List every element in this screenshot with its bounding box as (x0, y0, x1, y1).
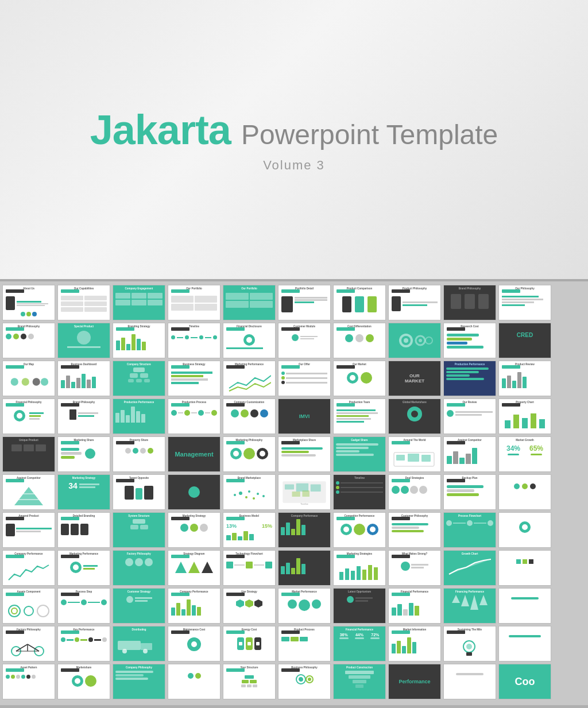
slide-thumb-customer-philosophy[interactable]: Customer Philosophy (388, 512, 441, 548)
slide-thumb-our-map[interactable]: Our Map (2, 361, 55, 396)
slide-thumb-financial-performance2[interactable]: 36% 44% 72% Financial Performance (333, 626, 386, 661)
slide-thumb-energy-cost[interactable]: Energy Cost (223, 626, 276, 661)
slide-thumb-portfolio-detail[interactable]: Portfolio Detail (278, 285, 331, 320)
slide-thumb-property-chart[interactable]: Property Chart (498, 399, 551, 434)
slide-thumb-latest-opprtunism[interactable]: Latest Opprtunism (333, 588, 386, 624)
slide-thumb-performance[interactable]: Performance (388, 664, 441, 699)
slide-thumb-our-review[interactable]: Our Review (443, 399, 496, 434)
slide-thumb-cost-diff[interactable]: Cost Differentiation (333, 323, 386, 358)
slide-thumb-distributing[interactable]: Distributing (113, 626, 165, 661)
slide-thumb-use-strategy[interactable]: Use Strategy (223, 588, 276, 624)
slide-thumb-business-model[interactable]: 13% 15% Business Model (223, 512, 276, 548)
slide-thumb-asset-pattern[interactable]: Asset Pattern (2, 664, 55, 699)
slide-thumb-timeline[interactable]: Timeline (168, 323, 220, 358)
slide-thumb-key-performance[interactable]: Key Performance (57, 626, 110, 661)
slide-thumb-production-team[interactable]: Production Team (333, 399, 386, 434)
slide-thumb-blank1[interactable]: CRED (498, 323, 551, 358)
slide-thumb-maintenance-cost[interactable]: Maintenance Cost (168, 626, 220, 661)
slide-thumb-factory-philosophy2[interactable]: Factory Philosophy (2, 626, 55, 661)
slide-thumb-target-opposite[interactable]: Target Opposite (113, 474, 165, 510)
slide-thumb-blank6[interactable] (498, 550, 551, 586)
slide-thumb-timeline2[interactable]: Timeline (333, 474, 386, 510)
slide-thumb-product-philosophy[interactable]: Product Philosophy (388, 285, 441, 320)
slide-thumb-financial-philosophy[interactable]: Financial Philosophy (2, 399, 55, 434)
slide-thumb-capabilities[interactable]: Our Capabilities (57, 285, 110, 320)
slide-thumb-around-world[interactable]: Around The World (388, 436, 441, 472)
slide-thumb-portfolio2[interactable]: Our Portfolio (223, 285, 276, 320)
slide-thumb-blank8[interactable] (498, 626, 551, 661)
slide-thumb-blank3[interactable] (498, 474, 551, 510)
slide-thumb-blank2[interactable] (168, 474, 220, 510)
slide-thumb-product-review[interactable]: Product Review (498, 361, 551, 396)
slide-thumb-marketing-strategy2[interactable]: Marketing Strategy (168, 512, 220, 548)
slide-thumb-growth-chart[interactable]: Growth Chart (443, 550, 496, 586)
slide-thumb-blank9[interactable] (168, 664, 220, 699)
slide-thumb-company-engagement[interactable]: Company Engagement (113, 285, 165, 320)
slide-thumb-against-competitor2[interactable]: Against Competitor (2, 474, 55, 510)
slide-thumb-gears[interactable] (388, 323, 441, 358)
slide-thumb-brand-philosophy3[interactable]: Brand Philosophy (57, 399, 110, 434)
slide-thumb-financial-disclosure[interactable]: Financial Disclosure (223, 323, 276, 358)
slide-thumb-unique-product[interactable]: Unique Product (2, 436, 55, 472)
slide-thumb-our-philosophy[interactable]: Our Philosophy (498, 285, 551, 320)
slide-thumb-marketplace-share[interactable]: Marketplace Share (278, 436, 331, 472)
slide-thumb-factory-philosophy[interactable]: Factory Philosophy (113, 550, 165, 586)
slide-thumb-global-marketshare[interactable]: Global Marketshare (388, 399, 441, 434)
slide-thumb-market-growth[interactable]: 34% 65% Market Growth (498, 436, 551, 472)
slide-thumb-product-comparison[interactable]: Product Comparison (333, 285, 386, 320)
slide-thumb-strategy-diagram[interactable]: Strategy Diagram (168, 550, 220, 586)
slide-thumb-management[interactable]: Management (168, 436, 220, 472)
slide-thumb-blank7[interactable] (498, 588, 551, 624)
slide-thumb-production-performance[interactable]: Production Performance (443, 361, 496, 396)
slide-thumb-brand-marketplace[interactable]: Brand Marketplace (223, 474, 276, 510)
slide-thumb-blank4[interactable] (498, 512, 551, 548)
slide-thumb-dark1[interactable]: OURMARKET (388, 361, 441, 396)
slide-thumb-world-map[interactable]: Timeline (278, 474, 331, 510)
slide-thumb-marketing-philosophy[interactable]: Marketing Philosophy (223, 436, 276, 472)
slide-thumb-assets-component[interactable]: Assets Component (2, 588, 55, 624)
slide-thumb-detailed-branding[interactable]: Detailed Branding (57, 512, 110, 548)
slide-thumb-about-us[interactable]: About Us (2, 285, 55, 320)
slide-thumb-brand-philosophy2[interactable]: Brand Philosophy (2, 323, 55, 358)
slide-thumb-company-structure[interactable]: Company Structure (113, 361, 165, 396)
slide-thumb-marketing-performance[interactable]: Marketing Performance (223, 361, 276, 396)
slide-thumb-sustaining-mile[interactable]: Sustaining The Mile (443, 626, 496, 661)
slide-thumb-branding-strategy[interactable]: Branding Strategy (113, 323, 165, 358)
slide-thumb-financing-performance[interactable]: Financing Performance (443, 588, 496, 624)
slide-thumb-blank10[interactable] (443, 664, 496, 699)
slide-thumb-company-performance2[interactable]: Company Performance (2, 550, 55, 586)
slide-thumb-production-process[interactable]: Production Process (168, 399, 220, 434)
slide-thumb-business-dashboard[interactable]: Business Dashboard (57, 361, 110, 396)
slide-thumb-blank5[interactable] (278, 550, 331, 586)
slide-thumb-our-market[interactable]: Our Market (333, 361, 386, 396)
slide-thumb-system-structure[interactable]: System Structure (113, 512, 165, 548)
slide-thumb-competitor-performance[interactable]: Competitor Performance (333, 512, 386, 548)
slide-thumb-marketing-strategy1[interactable]: 34 Marketing Strategy (57, 474, 110, 510)
slide-thumb-business-strategy[interactable]: Business Strategy (168, 361, 220, 396)
slide-thumb-backup-plan[interactable]: Backup Plan (443, 474, 496, 510)
slide-thumb-company-performance3[interactable]: Company Performance (168, 588, 220, 624)
slide-thumb-customer-strategy[interactable]: Customer Strategy (113, 588, 165, 624)
slide-thumb-production-performance2[interactable]: Production Performance (113, 399, 165, 434)
slide-thumb-financial-performance[interactable]: Financial Performance (388, 588, 441, 624)
slide-thumb-company-customization[interactable]: Company Customization (223, 399, 276, 434)
slide-thumb-product-construction[interactable]: Product Construction (333, 664, 386, 699)
slide-thumb-technology-flowchart[interactable]: Technology Flowchart (223, 550, 276, 586)
slide-thumb-what-makes-strong[interactable]: What Makes Strong? (388, 550, 441, 586)
slide-thumb-our-offer[interactable]: Our Offer (278, 361, 331, 396)
slide-thumb-research-cost[interactable]: Research Cost (443, 323, 496, 358)
slide-thumb-customer-module[interactable]: Customer Module (278, 323, 331, 358)
slide-thumb-property-share[interactable]: Property Share (113, 436, 165, 472)
slide-thumb-imvi[interactable]: IMVI (278, 399, 331, 434)
slide-thumb-market-information[interactable]: Market Information (388, 626, 441, 661)
slide-thumb-business-philosophy[interactable]: Business Philosophy (278, 664, 331, 699)
slide-thumb-amazed-product[interactable]: Amazed Product (2, 512, 55, 548)
slide-thumb-market-performance[interactable]: Market Performance (278, 588, 331, 624)
slide-thumb-marketing-performance2[interactable]: Marketing Performance (57, 550, 110, 586)
slide-thumb-against-competitor[interactable]: Against Competitor (443, 436, 496, 472)
slide-thumb-brand-philosophy1[interactable]: Brand Philosophy (443, 285, 496, 320)
slide-thumb-portfolio1[interactable]: Our Portfolio (168, 285, 220, 320)
slide-thumb-your-structure[interactable]: Your Structure (223, 664, 276, 699)
slide-thumb-company-philosophy[interactable]: Company Philosophy (113, 664, 165, 699)
slide-thumb-product-process[interactable]: Product Process (278, 626, 331, 661)
